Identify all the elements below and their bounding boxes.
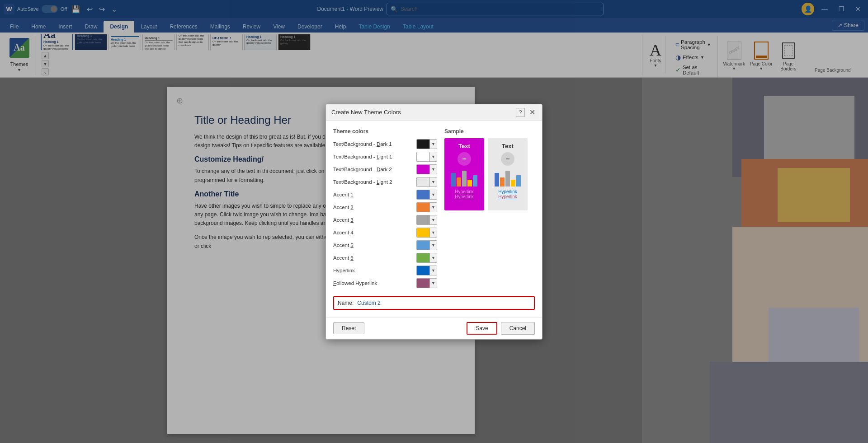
sample-light-chart (495, 168, 521, 187)
color-dropdown-followed-hyperlink[interactable]: ▼ (429, 278, 437, 288)
color-row-dark2: Text/Background - Dark 2 ▼ (333, 164, 437, 174)
color-label-accent2: Accent 2 (333, 205, 416, 210)
color-dropdown-light2[interactable]: ▼ (429, 177, 437, 187)
color-picker-accent2[interactable]: ▼ (416, 202, 437, 212)
color-picker-dark2[interactable]: ▼ (416, 164, 437, 174)
color-swatch-light2 (417, 177, 429, 187)
sample-light-text: Text (502, 143, 514, 149)
color-row-followed-hyperlink: Followed Hyperlink ▼ (333, 278, 437, 288)
sample-dark-chart (451, 168, 477, 187)
sample-label: Sample (444, 128, 535, 135)
color-dropdown-accent5[interactable]: ▼ (429, 240, 437, 250)
color-label-dark2: Text/Background - Dark 2 (333, 167, 416, 172)
color-label-dark1: Text/Background - Dark 1 (333, 141, 416, 147)
color-picker-followed-hyperlink[interactable]: ▼ (416, 278, 437, 288)
color-swatch-accent5 (417, 240, 429, 250)
color-picker-light1[interactable]: ▼ (416, 152, 437, 162)
color-row-accent1: Accent 1 ▼ (333, 190, 437, 200)
sample-dark-circle: − (458, 152, 471, 166)
color-dropdown-dark1[interactable]: ▼ (429, 139, 437, 149)
sample-area: Text − (444, 138, 535, 210)
modal-overlay: Create New Theme Colors ? ✕ Theme colors… (0, 0, 868, 443)
color-dropdown-hyperlink[interactable]: ▼ (429, 266, 437, 275)
sample-light-circle: − (501, 152, 514, 166)
color-swatch-light1 (417, 152, 429, 162)
modal-help-button[interactable]: ? (516, 108, 525, 117)
modal-body: Theme colors Text/Background - Dark 1 ▼ … (326, 121, 542, 317)
color-swatch-accent4 (417, 228, 429, 238)
color-label-accent6: Accent 6 (333, 255, 416, 261)
sample-dark-panel: Text − (444, 138, 484, 210)
color-label-accent1: Accent 1 (333, 192, 416, 197)
color-dropdown-accent3[interactable]: ▼ (429, 215, 437, 225)
color-swatch-dark1 (417, 139, 429, 149)
color-swatch-accent6 (417, 253, 429, 263)
color-swatch-followed-hyperlink (417, 278, 429, 288)
modal-close-button[interactable]: ✕ (528, 108, 537, 117)
color-row-accent5: Accent 5 ▼ (333, 240, 437, 250)
modal-colors-section: Theme colors Text/Background - Dark 1 ▼ … (333, 128, 437, 291)
sample-light-panel: Text − (488, 138, 528, 210)
modal-columns: Theme colors Text/Background - Dark 1 ▼ … (333, 128, 535, 291)
color-swatch-hyperlink (417, 266, 429, 275)
color-picker-hyperlink[interactable]: ▼ (416, 266, 437, 275)
create-theme-colors-modal: Create New Theme Colors ? ✕ Theme colors… (326, 104, 542, 340)
modal-title-bar: Create New Theme Colors ? ✕ (326, 104, 542, 121)
color-swatch-accent2 (417, 202, 429, 212)
color-label-accent4: Accent 4 (333, 230, 416, 235)
theme-colors-label: Theme colors (333, 128, 437, 135)
sample-light-hyperlink: HyperlinkHyperlink (498, 189, 517, 199)
cancel-button[interactable]: Cancel (501, 322, 535, 335)
modal-title: Create New Theme Colors (331, 109, 401, 116)
color-row-light2: Text/Background - Light 2 ▼ (333, 177, 437, 187)
color-picker-dark1[interactable]: ▼ (416, 139, 437, 149)
color-picker-accent3[interactable]: ▼ (416, 215, 437, 225)
color-swatch-dark2 (417, 164, 429, 174)
modal-footer: Reset Save Cancel (326, 317, 542, 339)
color-label-followed-hyperlink: Followed Hyperlink (333, 280, 416, 286)
color-label-hyperlink: Hyperlink (333, 268, 416, 273)
name-input[interactable] (357, 300, 530, 306)
color-row-accent2: Accent 2 ▼ (333, 202, 437, 212)
color-picker-light2[interactable]: ▼ (416, 177, 437, 187)
color-row-accent4: Accent 4 ▼ (333, 228, 437, 238)
name-field-row: Name: (333, 296, 535, 310)
color-row-light1: Text/Background - Light 1 ▼ (333, 152, 437, 162)
color-picker-accent5[interactable]: ▼ (416, 240, 437, 250)
color-row-accent6: Accent 6 ▼ (333, 253, 437, 263)
save-button[interactable]: Save (467, 322, 497, 335)
color-label-light2: Text/Background - Light 2 (333, 179, 416, 185)
color-picker-accent6[interactable]: ▼ (416, 253, 437, 263)
color-dropdown-accent6[interactable]: ▼ (429, 253, 437, 263)
sample-dark-text: Text (458, 143, 470, 149)
color-swatch-accent3 (417, 215, 429, 225)
color-dropdown-light1[interactable]: ▼ (429, 152, 437, 162)
color-dropdown-accent4[interactable]: ▼ (429, 228, 437, 238)
color-row-dark1: Text/Background - Dark 1 ▼ (333, 139, 437, 149)
color-dropdown-accent1[interactable]: ▼ (429, 190, 437, 200)
color-picker-accent1[interactable]: ▼ (416, 190, 437, 200)
name-label: Name: (338, 300, 354, 306)
color-dropdown-accent2[interactable]: ▼ (429, 202, 437, 212)
modal-footer-right: Save Cancel (467, 322, 535, 335)
color-label-accent3: Accent 3 (333, 217, 416, 223)
color-row-accent3: Accent 3 ▼ (333, 215, 437, 225)
color-dropdown-dark2[interactable]: ▼ (429, 164, 437, 174)
color-row-hyperlink: Hyperlink ▼ (333, 266, 437, 275)
color-label-accent5: Accent 5 (333, 242, 416, 248)
color-swatch-accent1 (417, 190, 429, 200)
sample-dark-hyperlink: HyperlinkHyperlink (455, 189, 474, 199)
color-label-light1: Text/Background - Light 1 (333, 154, 416, 159)
color-picker-accent4[interactable]: ▼ (416, 228, 437, 238)
modal-sample-section: Sample Text − (444, 128, 535, 291)
reset-button[interactable]: Reset (333, 322, 364, 334)
